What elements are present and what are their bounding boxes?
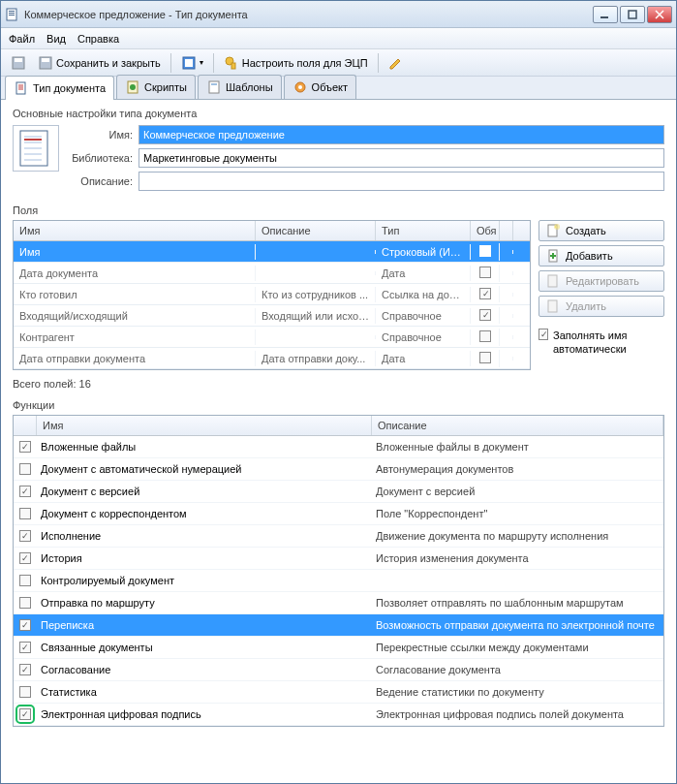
tab-object[interactable]: Объект bbox=[284, 75, 356, 99]
col-desc[interactable]: Описание bbox=[256, 221, 376, 240]
tab-document-type[interactable]: Тип документа bbox=[5, 76, 114, 100]
form-type-icon bbox=[13, 125, 59, 172]
template-icon bbox=[206, 79, 222, 95]
svg-rect-9 bbox=[42, 58, 49, 62]
checkbox-icon[interactable] bbox=[479, 288, 491, 299]
menu-file[interactable]: Файл bbox=[9, 33, 35, 45]
autofill-checkbox[interactable]: Заполнять имя автоматически bbox=[539, 329, 664, 357]
library-label: Библиотека: bbox=[67, 152, 138, 164]
desc-input[interactable] bbox=[138, 172, 664, 191]
svg-point-16 bbox=[130, 84, 136, 90]
toolbar: Сохранить и закрыть ▾ Настроить поля для… bbox=[1, 49, 676, 77]
section-title: Основные настройки типа документа bbox=[13, 108, 664, 119]
name-label: Имя: bbox=[67, 129, 138, 141]
svg-rect-1 bbox=[9, 11, 15, 12]
checkbox-icon[interactable] bbox=[19, 486, 31, 497]
total-fields-label: Всего полей: 16 bbox=[13, 378, 664, 390]
svg-rect-13 bbox=[231, 63, 235, 69]
table-row[interactable]: КонтрагентСправочное bbox=[14, 327, 530, 348]
list-item[interactable]: Связанные документыПерекрестные ссылки м… bbox=[14, 637, 663, 659]
svg-rect-18 bbox=[211, 83, 217, 85]
list-item[interactable]: Контролируемый документ bbox=[14, 570, 663, 592]
save-close-button[interactable]: Сохранить и закрыть bbox=[34, 53, 165, 73]
separator bbox=[170, 53, 171, 73]
window: Коммерческое предложение - Тип документа… bbox=[0, 0, 677, 784]
checkbox-icon[interactable] bbox=[19, 552, 31, 564]
list-item[interactable]: СогласованиеСогласование документа bbox=[14, 659, 663, 681]
edit-icon-button[interactable] bbox=[385, 53, 408, 73]
name-input[interactable] bbox=[138, 125, 664, 144]
add-icon bbox=[545, 248, 561, 264]
dropdown-button[interactable]: ▾ bbox=[177, 53, 207, 73]
checkbox-icon[interactable] bbox=[479, 352, 491, 363]
maximize-button[interactable] bbox=[620, 6, 645, 23]
checkbox-icon[interactable] bbox=[19, 508, 31, 519]
table-row[interactable]: ИмяСтроковый (Инд... bbox=[14, 241, 530, 263]
checkbox-icon[interactable] bbox=[479, 267, 491, 278]
delete-button[interactable]: Удалить bbox=[539, 296, 664, 317]
window-icon bbox=[5, 7, 20, 22]
checkbox-icon[interactable] bbox=[19, 463, 31, 475]
checkbox-icon[interactable] bbox=[19, 664, 31, 675]
checkbox-icon[interactable] bbox=[19, 441, 31, 453]
svg-rect-7 bbox=[15, 58, 22, 62]
col-type[interactable]: Тип bbox=[376, 221, 471, 240]
object-icon bbox=[292, 79, 308, 95]
list-item[interactable]: Электронная цифровая подписьЭлектронная … bbox=[14, 704, 663, 726]
checkbox-icon[interactable] bbox=[479, 245, 491, 257]
checkbox-icon[interactable] bbox=[479, 330, 491, 342]
fn-col-desc[interactable]: Описание bbox=[372, 416, 663, 435]
checkbox-icon[interactable] bbox=[19, 597, 31, 609]
svg-rect-14 bbox=[16, 82, 25, 94]
list-item[interactable]: ПерепискаВозможность отправки документа … bbox=[14, 614, 663, 637]
svg-rect-27 bbox=[548, 300, 557, 312]
minimize-button[interactable] bbox=[593, 6, 618, 23]
add-button[interactable]: Добавить bbox=[539, 245, 664, 267]
list-item[interactable]: Документ с версиейДокумент с версией bbox=[14, 481, 663, 503]
col-req[interactable]: Обя bbox=[471, 221, 500, 240]
tab-templates[interactable]: Шаблоны bbox=[198, 75, 282, 99]
svg-point-20 bbox=[298, 85, 302, 89]
script-icon bbox=[125, 79, 140, 95]
checkbox-icon[interactable] bbox=[19, 575, 31, 586]
table-row[interactable]: Дата документаДата bbox=[14, 263, 530, 284]
checkbox-icon[interactable] bbox=[19, 686, 31, 698]
edit-icon bbox=[545, 273, 561, 289]
list-item[interactable]: Документ с корреспондентомПоле "Корреспо… bbox=[14, 503, 663, 525]
checkbox-icon[interactable] bbox=[19, 619, 31, 631]
list-item[interactable]: СтатистикаВедение статистики по документ… bbox=[14, 681, 663, 704]
close-button[interactable] bbox=[647, 6, 672, 23]
document-icon bbox=[14, 80, 29, 96]
table-row[interactable]: Кто готовилКто из сотрудников ...Ссылка … bbox=[14, 284, 530, 305]
svg-point-24 bbox=[554, 224, 560, 230]
form-area: Имя: Библиотека: Описание: bbox=[13, 125, 664, 195]
separator bbox=[213, 53, 214, 73]
checkbox-icon[interactable] bbox=[19, 530, 31, 542]
svg-rect-5 bbox=[629, 11, 636, 18]
tab-scripts[interactable]: Скрипты bbox=[116, 75, 196, 99]
checkbox-icon[interactable] bbox=[19, 642, 31, 653]
list-item[interactable]: ИсторияИстория изменения документа bbox=[14, 548, 663, 570]
menu-help[interactable]: Справка bbox=[77, 33, 119, 45]
save-button[interactable] bbox=[7, 53, 30, 73]
configure-eds-button[interactable]: Настроить поля для ЭЦП bbox=[220, 53, 372, 73]
list-item[interactable]: ИсполнениеДвижение документа по маршруту… bbox=[14, 525, 663, 548]
list-item[interactable]: Вложенные файлыВложенные файлы в докумен… bbox=[14, 436, 663, 458]
titlebar: Коммерческое предложение - Тип документа bbox=[1, 1, 676, 28]
table-row[interactable]: Дата отправки документаДата отправки док… bbox=[14, 348, 530, 369]
menu-view[interactable]: Вид bbox=[46, 33, 66, 45]
checkbox-icon[interactable] bbox=[479, 309, 491, 321]
create-button[interactable]: Создать bbox=[539, 220, 664, 241]
tabbar: Тип документа Скрипты Шаблоны Объект bbox=[1, 77, 676, 100]
checkbox-icon[interactable] bbox=[19, 708, 31, 720]
edit-button[interactable]: Редактировать bbox=[539, 270, 664, 292]
list-item[interactable]: Документ с автоматической нумерациейАвто… bbox=[14, 458, 663, 481]
functions-header: Имя Описание bbox=[14, 416, 663, 436]
table-row[interactable]: Входящий/исходящийВходящий или исход...С… bbox=[14, 305, 530, 327]
fn-col-name[interactable]: Имя bbox=[37, 416, 372, 435]
list-item[interactable]: Отправка по маршрутуПозволяет отправлять… bbox=[14, 592, 663, 614]
menubar: Файл Вид Справка bbox=[1, 28, 676, 49]
col-name[interactable]: Имя bbox=[14, 221, 256, 240]
functions-table: Имя Описание Вложенные файлыВложенные фа… bbox=[13, 415, 664, 727]
library-input[interactable] bbox=[138, 148, 664, 168]
